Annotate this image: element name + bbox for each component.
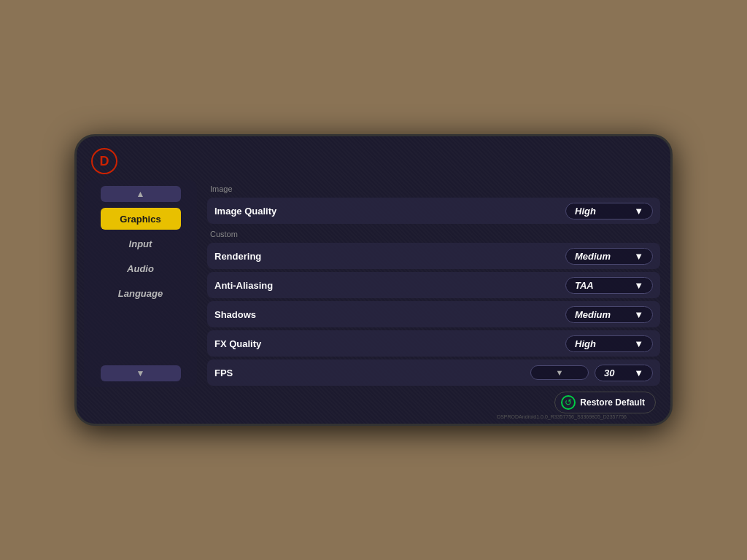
- dropdown-arrow-rendering: ▼: [634, 251, 643, 262]
- antialiasing-label: Anti-Aliasing: [214, 280, 565, 291]
- setting-row-antialiasing: Anti-Aliasing TAA ▼: [207, 272, 660, 298]
- antialiasing-dropdown[interactable]: TAA ▼: [565, 277, 653, 294]
- section-label-custom: Custom: [207, 228, 660, 240]
- fps-value-dropdown[interactable]: 30 ▼: [595, 365, 653, 381]
- setting-row-fxquality: FX Quality High ▼: [207, 330, 660, 357]
- setting-row-image-quality: Image Quality High ▼: [207, 198, 660, 224]
- sidebar-item-language[interactable]: Language: [101, 282, 181, 304]
- top-bar: D: [84, 144, 663, 180]
- setting-row-shadows: Shadows Medium ▼: [207, 301, 660, 327]
- app-logo-icon[interactable]: D: [91, 148, 117, 174]
- shadows-label: Shadows: [214, 309, 565, 320]
- fps-label: FPS: [214, 368, 530, 378]
- restore-default-button[interactable]: ↺ Restore Default: [554, 392, 656, 413]
- restore-label: Restore Default: [580, 397, 645, 408]
- settings-panel: Image Image Quality High ▼ Custom Render…: [204, 180, 663, 387]
- main-content: ▲ Graphics Input Audio Language ▼: [84, 180, 663, 387]
- version-text: OSPRODAndroid1.0.0_R3357756_S3369805_D23…: [497, 414, 627, 419]
- dropdown-arrow-shadows: ▼: [634, 309, 643, 320]
- image-quality-label: Image Quality: [214, 206, 565, 217]
- dropdown-arrow-fps: ▼: [634, 368, 643, 378]
- dropdown-arrow-image-quality: ▼: [634, 206, 643, 217]
- fxquality-label: FX Quality: [214, 338, 565, 349]
- shadows-dropdown[interactable]: Medium ▼: [565, 306, 653, 323]
- rendering-dropdown[interactable]: Medium ▼: [565, 248, 653, 265]
- setting-row-fps: FPS ▼ 30 ▼: [207, 359, 660, 386]
- phone-container: D ▲ Graphics Input Audio Language: [74, 134, 673, 426]
- sidebar-item-graphics[interactable]: Graphics: [101, 208, 181, 230]
- sidebar-scroll-up[interactable]: ▲: [101, 186, 181, 202]
- restore-icon: ↺: [561, 395, 576, 410]
- dropdown-arrow-antialiasing: ▼: [634, 280, 643, 291]
- dropdown-arrow-fxquality: ▼: [634, 338, 643, 349]
- setting-row-rendering: Rendering Medium ▼: [207, 243, 660, 269]
- sidebar-item-audio[interactable]: Audio: [101, 257, 181, 279]
- phone-screen: D ▲ Graphics Input Audio Language: [77, 136, 670, 424]
- fps-mid-dropdown[interactable]: ▼: [530, 365, 589, 380]
- image-quality-dropdown[interactable]: High ▼: [565, 203, 653, 219]
- rendering-label: Rendering: [214, 251, 565, 262]
- bottom-bar: ↺ Restore Default: [84, 387, 663, 416]
- sidebar-scroll-down[interactable]: ▼: [101, 365, 181, 381]
- sidebar: ▲ Graphics Input Audio Language ▼: [84, 180, 197, 387]
- fxquality-dropdown[interactable]: High ▼: [565, 335, 653, 352]
- section-label-image: Image: [207, 183, 660, 195]
- sidebar-item-input[interactable]: Input: [101, 233, 181, 254]
